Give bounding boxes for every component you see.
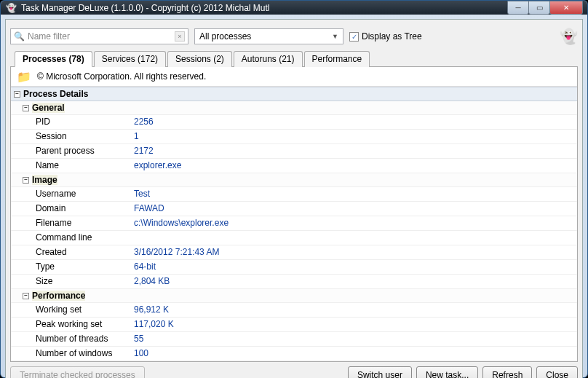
group-header-performance[interactable]: −Performance bbox=[11, 289, 577, 303]
property-row[interactable]: PID2256 bbox=[11, 115, 577, 130]
property-row[interactable]: Created3/16/2012 7:21:43 AM bbox=[11, 245, 577, 260]
property-key: Command line bbox=[36, 232, 134, 243]
close-button[interactable]: Close bbox=[536, 366, 578, 378]
toolbar: 🔍 Name filter × All processes ▼ ✓ Displa… bbox=[10, 24, 578, 50]
property-row[interactable]: DomainFAWAD bbox=[11, 202, 577, 216]
tree-checkbox-label: Display as Tree bbox=[362, 31, 422, 42]
property-row[interactable]: Parent process2172 bbox=[11, 144, 577, 159]
property-key: Parent process bbox=[36, 146, 134, 157]
property-row[interactable]: Filenamec:\Windows\explorer.exe bbox=[11, 216, 577, 231]
property-key: Working set bbox=[36, 304, 134, 315]
property-row[interactable]: Number of windows100 bbox=[11, 347, 577, 361]
property-value: 2256 bbox=[134, 117, 154, 127]
property-row[interactable]: Number of threads55 bbox=[11, 332, 577, 347]
property-key: Created bbox=[36, 247, 134, 258]
property-row[interactable]: Type64-bit bbox=[11, 260, 577, 275]
process-copyright: © Microsoft Corporation. All rights rese… bbox=[37, 71, 206, 82]
property-key: Number of threads bbox=[36, 334, 134, 344]
property-value: 1 bbox=[134, 131, 139, 142]
property-row[interactable]: UsernameTest bbox=[11, 187, 577, 202]
property-value: explorer.exe bbox=[134, 160, 181, 171]
window-controls: ─ ▭ ✕ bbox=[508, 1, 583, 15]
client-area: 🔍 Name filter × All processes ▼ ✓ Displa… bbox=[5, 19, 583, 378]
name-filter-input[interactable]: 🔍 Name filter × bbox=[10, 28, 188, 44]
property-value: 100 bbox=[134, 348, 148, 359]
name-filter-placeholder: Name filter bbox=[28, 31, 175, 42]
collapse-icon[interactable]: − bbox=[14, 91, 20, 98]
property-value: 96,912 K bbox=[134, 304, 169, 315]
app-icon: 👻 bbox=[5, 2, 17, 14]
tab-processes[interactable]: Processes (78) bbox=[15, 51, 92, 67]
property-key: Username bbox=[36, 189, 134, 200]
property-key: Filename bbox=[36, 218, 134, 229]
property-key: PID bbox=[36, 117, 134, 127]
titlebar[interactable]: 👻 Task Manager DeLuxe (1.1.0.0) - Copyri… bbox=[1, 1, 587, 15]
process-filter-dropdown[interactable]: All processes ▼ bbox=[194, 28, 343, 44]
collapse-icon[interactable]: − bbox=[23, 105, 29, 111]
collapse-icon[interactable]: − bbox=[23, 177, 29, 184]
chevron-down-icon: ▼ bbox=[332, 33, 338, 40]
property-row[interactable]: Command line bbox=[11, 231, 577, 245]
property-value: 2172 bbox=[134, 146, 154, 157]
collapse-icon[interactable]: − bbox=[23, 293, 29, 299]
property-value: c:\Windows\explorer.exe bbox=[134, 218, 229, 229]
property-row[interactable]: Size2,804 KB bbox=[11, 275, 577, 289]
selected-process-row[interactable]: 📁 © Microsoft Corporation. All rights re… bbox=[11, 67, 577, 87]
property-key: Session bbox=[36, 131, 134, 142]
tree-checkbox[interactable]: ✓ bbox=[349, 32, 359, 42]
property-row[interactable]: Peak working set117,020 K bbox=[11, 318, 577, 332]
close-window-button[interactable]: ✕ bbox=[549, 1, 583, 15]
property-row[interactable]: Working set96,912 K bbox=[11, 303, 577, 318]
property-value: 3/16/2012 7:21:43 AM bbox=[134, 247, 219, 258]
property-value: 117,020 K bbox=[134, 319, 174, 330]
refresh-button[interactable]: Refresh bbox=[482, 366, 532, 378]
app-window: 👻 Task Manager DeLuxe (1.1.0.0) - Copyri… bbox=[0, 0, 588, 378]
window-title: Task Manager DeLuxe (1.1.0.0) - Copyrigh… bbox=[21, 3, 508, 13]
group-header-image[interactable]: −Image bbox=[11, 173, 577, 187]
group-header-general[interactable]: −General bbox=[11, 101, 577, 115]
property-row[interactable]: Session1 bbox=[11, 130, 577, 144]
property-key: Domain bbox=[36, 203, 134, 214]
tab-sessions[interactable]: Sessions (2) bbox=[167, 51, 232, 67]
property-key: Size bbox=[36, 276, 134, 287]
display-as-tree-option[interactable]: ✓ Display as Tree bbox=[349, 31, 422, 42]
minimize-button[interactable]: ─ bbox=[507, 1, 529, 15]
property-value: 55 bbox=[134, 334, 143, 344]
property-value: Test bbox=[134, 189, 150, 200]
property-value: FAWAD bbox=[134, 203, 164, 214]
tab-performance[interactable]: Performance bbox=[304, 51, 370, 67]
clear-filter-button[interactable]: × bbox=[175, 31, 185, 42]
property-key: Number of windows bbox=[36, 348, 134, 359]
property-value: 2,804 KB bbox=[134, 276, 170, 287]
property-key: Name bbox=[36, 160, 134, 171]
terminate-button[interactable]: Terminate checked processes bbox=[10, 366, 145, 378]
new-task-button[interactable]: New task... bbox=[416, 366, 478, 378]
property-key: Peak working set bbox=[36, 319, 134, 330]
button-bar: Terminate checked processes Switch user … bbox=[10, 362, 578, 378]
process-details-header[interactable]: − Process Details bbox=[11, 87, 577, 101]
property-groups: −GeneralPID2256Session1Parent process217… bbox=[11, 101, 577, 361]
tab-autoruns[interactable]: Autoruns (21) bbox=[234, 51, 303, 67]
dropdown-selected: All processes bbox=[199, 31, 251, 42]
property-key: Type bbox=[36, 261, 134, 272]
tab-content: 📁 © Microsoft Corporation. All rights re… bbox=[10, 67, 578, 362]
ghost-logo-icon: 👻 bbox=[559, 27, 578, 46]
property-row[interactable]: Nameexplorer.exe bbox=[11, 159, 577, 173]
property-value: 64-bit bbox=[134, 261, 156, 272]
tab-services[interactable]: Services (172) bbox=[94, 51, 166, 67]
maximize-button[interactable]: ▭ bbox=[528, 1, 550, 15]
search-icon: 🔍 bbox=[14, 31, 25, 42]
tabstrip: Processes (78) Services (172) Sessions (… bbox=[10, 50, 578, 67]
explorer-icon: 📁 bbox=[15, 70, 33, 83]
switch-user-button[interactable]: Switch user bbox=[348, 366, 412, 378]
